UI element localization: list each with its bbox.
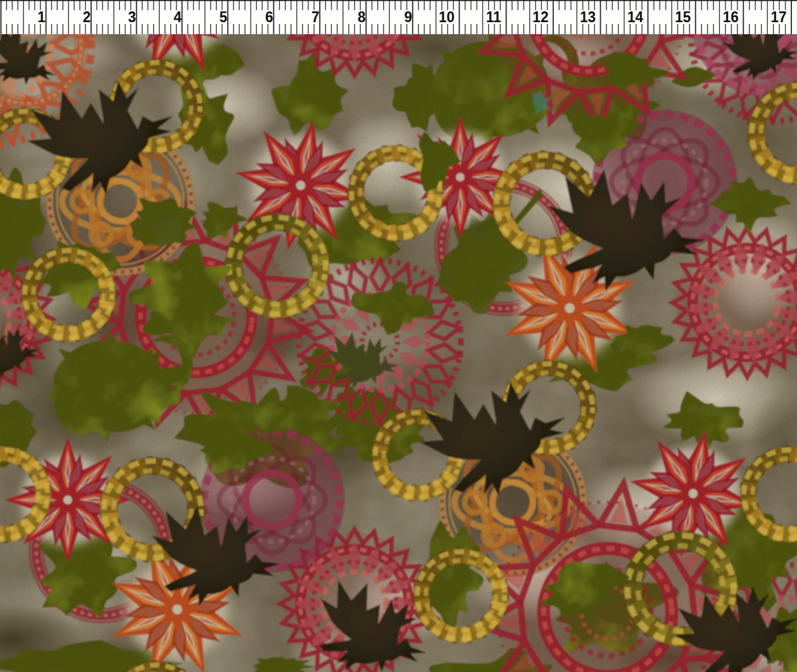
svg-text:16: 16 xyxy=(723,8,739,25)
svg-text:2: 2 xyxy=(83,8,91,25)
svg-text:11: 11 xyxy=(486,8,501,25)
svg-text:6: 6 xyxy=(265,8,273,25)
svg-text:10: 10 xyxy=(439,8,455,25)
svg-text:17: 17 xyxy=(771,8,787,25)
svg-text:5: 5 xyxy=(220,8,228,25)
svg-text:8: 8 xyxy=(358,8,366,25)
svg-text:12: 12 xyxy=(532,8,548,25)
svg-text:9: 9 xyxy=(405,8,413,25)
svg-text:3: 3 xyxy=(128,8,136,25)
svg-text:4: 4 xyxy=(173,8,182,25)
svg-text:15: 15 xyxy=(675,8,691,25)
svg-text:1: 1 xyxy=(37,8,46,25)
svg-text:7: 7 xyxy=(311,8,320,25)
svg-text:14: 14 xyxy=(627,8,643,25)
svg-text:13: 13 xyxy=(580,8,596,25)
